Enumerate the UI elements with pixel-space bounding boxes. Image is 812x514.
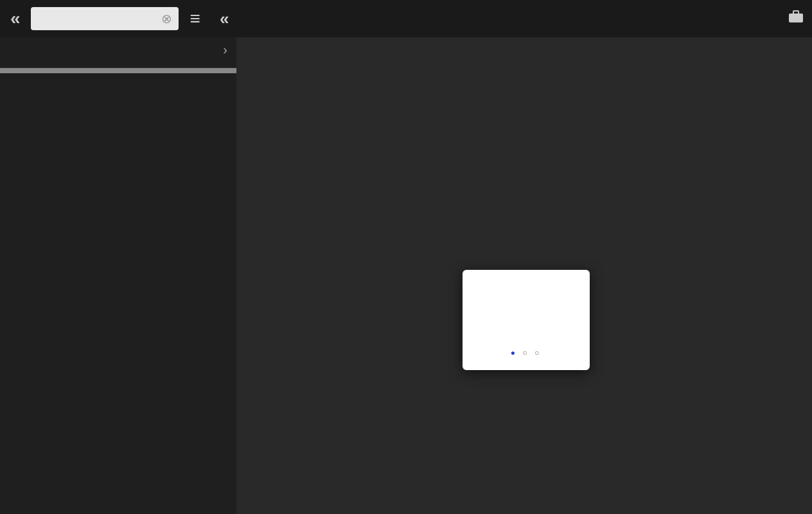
menu-icon[interactable]: ≡ — [186, 8, 204, 29]
header-bar: « ⊗ ≡ « — [0, 0, 812, 37]
chevron-right-icon: › — [223, 42, 227, 57]
search-input[interactable] — [37, 13, 161, 24]
chord-popup[interactable]: ● ○ ○ — [463, 270, 590, 370]
svg-rect-0 — [789, 13, 803, 22]
search-box[interactable]: ⊗ — [31, 7, 179, 30]
back-icon[interactable]: « — [8, 8, 23, 29]
chord-diagram — [472, 281, 581, 339]
sidebar: › — [0, 37, 236, 514]
svg-rect-1 — [793, 11, 799, 14]
clear-icon[interactable]: ⊗ — [161, 11, 172, 26]
videos-section-header — [0, 68, 236, 73]
content-back-icon[interactable]: « — [220, 9, 229, 29]
sidebar-artist-row[interactable]: › — [0, 37, 236, 58]
sidebar-song-label — [0, 58, 236, 68]
chord-pagination[interactable]: ● ○ ○ — [470, 348, 582, 357]
briefcase-icon[interactable] — [788, 10, 804, 28]
